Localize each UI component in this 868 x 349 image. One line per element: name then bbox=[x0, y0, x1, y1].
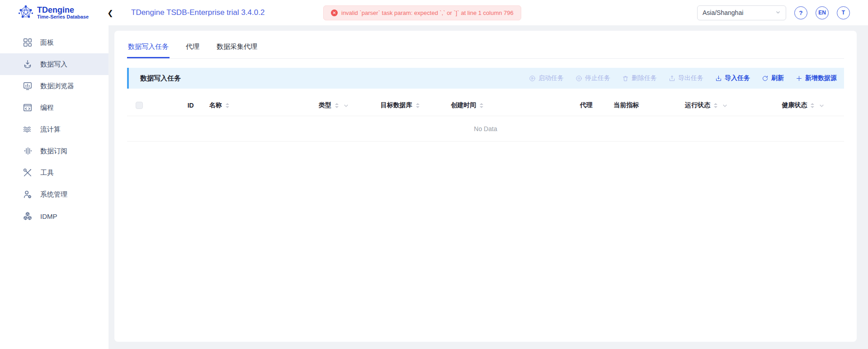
sidebar-item-system-admin[interactable]: 系统管理 bbox=[0, 184, 108, 205]
section-title: 数据写入任务 bbox=[140, 74, 181, 83]
start-task-button[interactable]: 启动任务 bbox=[529, 74, 564, 82]
top-header: TDengine Time-Series Database ❮ TDengine… bbox=[0, 0, 868, 25]
sidebar-item-label: 流计算 bbox=[40, 125, 61, 134]
sort-icon[interactable] bbox=[335, 103, 339, 108]
system-admin-icon bbox=[23, 189, 33, 199]
play-circle-icon bbox=[529, 75, 536, 82]
filter-chevron-icon[interactable] bbox=[722, 103, 728, 108]
sidebar-item-data-explorer[interactable]: 数据浏览器 bbox=[0, 75, 108, 97]
tab-data-write-tasks[interactable]: 数据写入任务 bbox=[127, 40, 170, 58]
user-avatar-button[interactable]: T bbox=[837, 6, 850, 19]
table-empty-state: No Data bbox=[127, 116, 844, 141]
filter-chevron-icon[interactable] bbox=[819, 103, 825, 108]
tools-icon bbox=[23, 168, 33, 178]
stop-task-button[interactable]: 停止任务 bbox=[576, 74, 610, 82]
column-header-health-status[interactable]: 健康状态 bbox=[774, 101, 844, 109]
sidebar-item-stream[interactable]: 流计算 bbox=[0, 118, 108, 140]
app-root: TDengine Time-Series Database ❮ TDengine… bbox=[0, 0, 868, 349]
filter-chevron-icon[interactable] bbox=[343, 103, 349, 108]
import-task-button[interactable]: 导入任务 bbox=[715, 74, 750, 82]
timezone-select[interactable]: Asia/Shanghai bbox=[697, 5, 786, 20]
export-icon bbox=[669, 75, 675, 82]
brand-name: TDengine bbox=[37, 6, 89, 14]
sort-icon[interactable] bbox=[415, 103, 420, 108]
sort-icon[interactable] bbox=[225, 103, 230, 108]
sidebar-nav: 面板 数据写入 数据浏览器 编程 bbox=[0, 25, 108, 349]
main-content: 数据写入任务 代理 数据采集代理 数据写入任务 启动任务 bbox=[108, 25, 868, 349]
header-right-group: Asia/Shanghai ? EN T bbox=[697, 5, 868, 20]
export-task-button[interactable]: 导出任务 bbox=[669, 74, 703, 82]
chevron-down-icon bbox=[775, 9, 781, 16]
sidebar-item-tools[interactable]: 工具 bbox=[0, 162, 108, 184]
sort-icon[interactable] bbox=[479, 103, 484, 108]
page-title: TDengine TSDB-Enterprise trial 3.4.0.2 bbox=[131, 8, 264, 17]
data-in-icon bbox=[23, 59, 33, 69]
programming-icon bbox=[23, 103, 33, 113]
sidebar-item-dashboard[interactable]: 面板 bbox=[0, 32, 108, 53]
column-header-target-db[interactable]: 目标数据库 bbox=[373, 101, 444, 109]
select-all-checkbox[interactable] bbox=[136, 102, 143, 109]
column-header-created-time[interactable]: 创建时间 bbox=[443, 101, 572, 109]
sidebar-item-label: 编程 bbox=[40, 104, 54, 112]
language-button[interactable]: EN bbox=[816, 6, 829, 19]
column-header-run-status[interactable]: 运行状态 bbox=[678, 101, 774, 109]
section-header: 数据写入任务 启动任务 停止任务 bbox=[127, 68, 844, 89]
table-header-row: ID 名称 类型 目标数据库 bbox=[127, 95, 844, 116]
column-header-agent[interactable]: 代理 bbox=[573, 101, 607, 109]
brand-logo: TDengine Time-Series Database bbox=[0, 4, 102, 21]
sort-icon[interactable] bbox=[713, 103, 718, 108]
tab-bar: 数据写入任务 代理 数据采集代理 bbox=[127, 40, 844, 59]
dashboard-icon bbox=[23, 38, 33, 47]
tab-agents[interactable]: 代理 bbox=[185, 40, 200, 58]
sidebar-item-label: 数据浏览器 bbox=[40, 82, 74, 90]
subscription-icon bbox=[23, 146, 33, 156]
sidebar-item-label: 面板 bbox=[40, 38, 54, 47]
refresh-icon bbox=[762, 75, 769, 82]
column-header-current-metrics[interactable]: 当前指标 bbox=[606, 101, 678, 109]
column-header-type[interactable]: 类型 bbox=[311, 101, 373, 109]
help-button[interactable]: ? bbox=[794, 6, 807, 19]
sidebar-item-label: 工具 bbox=[40, 169, 54, 177]
sidebar-item-label: IDMP bbox=[40, 212, 57, 220]
brand-subtitle: Time-Series Database bbox=[37, 14, 89, 20]
plus-icon bbox=[796, 75, 802, 82]
sidebar-item-programming[interactable]: 编程 bbox=[0, 97, 108, 118]
stream-icon bbox=[23, 124, 33, 134]
timezone-value: Asia/Shanghai bbox=[703, 9, 743, 16]
error-alert: ✕ invalid `parser` task param: expected … bbox=[323, 5, 521, 20]
circle-x-icon: ✕ bbox=[331, 9, 338, 16]
sort-icon[interactable] bbox=[810, 103, 815, 108]
action-toolbar: 启动任务 停止任务 删除任务 bbox=[517, 74, 844, 82]
sidebar-collapse-button[interactable]: ❮ bbox=[104, 6, 117, 19]
sidebar-item-data-in[interactable]: 数据写入 bbox=[0, 53, 108, 75]
sidebar-item-subscription[interactable]: 数据订阅 bbox=[0, 140, 108, 162]
column-header-name[interactable]: 名称 bbox=[202, 101, 311, 109]
add-datasource-button[interactable]: 新增数据源 bbox=[796, 74, 837, 82]
refresh-button[interactable]: 刷新 bbox=[762, 74, 784, 82]
delete-task-button[interactable]: 删除任务 bbox=[622, 74, 657, 82]
content-card: 数据写入任务 代理 数据采集代理 数据写入任务 启动任务 bbox=[114, 31, 857, 342]
sidebar-item-label: 数据订阅 bbox=[40, 147, 67, 156]
idmp-cubes-icon bbox=[23, 211, 33, 221]
error-alert-text: invalid `parser` task param: expected `,… bbox=[341, 9, 514, 16]
trash-icon bbox=[622, 75, 629, 82]
sidebar-item-label: 系统管理 bbox=[40, 190, 67, 199]
chevron-left-icon: ❮ bbox=[107, 9, 113, 17]
pause-circle-icon bbox=[576, 75, 582, 82]
sidebar-item-label: 数据写入 bbox=[40, 60, 67, 69]
tdengine-network-icon bbox=[18, 4, 33, 21]
import-icon bbox=[715, 75, 722, 82]
section-accent-bar bbox=[127, 68, 129, 89]
data-explorer-icon bbox=[23, 81, 33, 91]
column-header-id[interactable]: ID bbox=[148, 102, 202, 109]
tab-data-collection-agents[interactable]: 数据采集代理 bbox=[216, 40, 258, 58]
sidebar-item-idmp[interactable]: IDMP bbox=[0, 205, 108, 227]
